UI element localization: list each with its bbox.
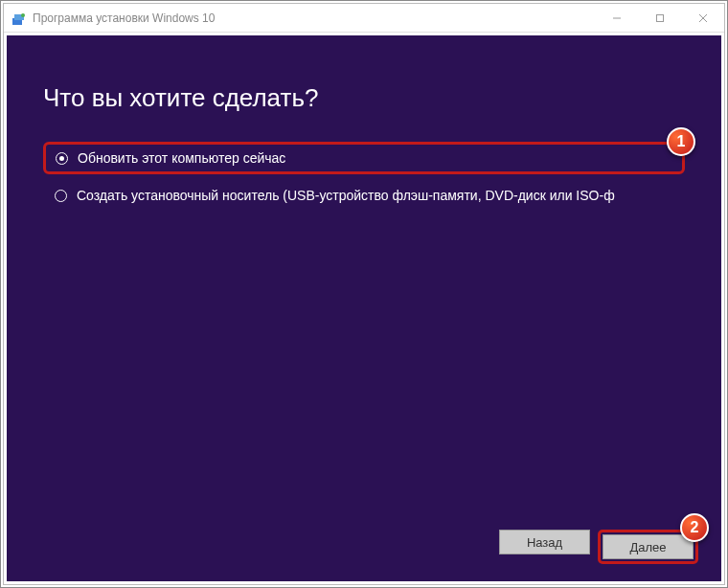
svg-point-2 bbox=[21, 13, 25, 17]
maximize-button[interactable] bbox=[638, 4, 681, 32]
svg-rect-4 bbox=[656, 14, 663, 21]
next-button[interactable]: Далее bbox=[603, 534, 694, 559]
callout-marker-2: 2 bbox=[680, 513, 709, 542]
footer-buttons: Назад Далее 2 bbox=[499, 530, 698, 564]
window-title: Программа установки Windows 10 bbox=[33, 11, 595, 25]
radio-icon bbox=[55, 190, 67, 202]
back-button[interactable]: Назад bbox=[499, 530, 590, 554]
titlebar: Программа установки Windows 10 bbox=[4, 4, 724, 33]
close-button[interactable] bbox=[681, 4, 724, 32]
option-create-media[interactable]: Создать установочный носитель (USB-устро… bbox=[43, 180, 685, 211]
option-upgrade-now[interactable]: Обновить этот компьютер сейчас 1 bbox=[43, 142, 685, 174]
page-heading: Что вы хотите сделать? bbox=[43, 83, 685, 113]
callout-marker-1: 1 bbox=[667, 127, 695, 156]
window-controls bbox=[595, 4, 724, 32]
option-label: Создать установочный носитель (USB-устро… bbox=[77, 188, 615, 203]
app-icon bbox=[11, 11, 27, 26]
radio-icon bbox=[56, 152, 68, 165]
options-group: Обновить этот компьютер сейчас 1 Создать… bbox=[43, 142, 685, 211]
option-label: Обновить этот компьютер сейчас bbox=[78, 150, 285, 166]
content-area: Что вы хотите сделать? Обновить этот ком… bbox=[7, 35, 721, 581]
minimize-button[interactable] bbox=[595, 4, 638, 32]
